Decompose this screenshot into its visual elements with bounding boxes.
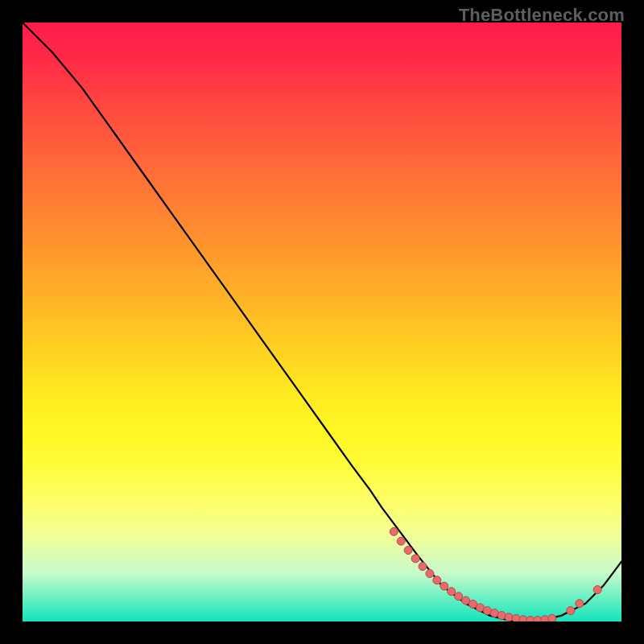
data-point	[440, 582, 448, 590]
data-point	[411, 555, 419, 563]
data-point	[390, 527, 398, 535]
data-point	[576, 600, 584, 608]
data-point	[448, 588, 456, 596]
data-point	[548, 614, 556, 621]
plot-area	[23, 23, 621, 621]
data-point	[593, 586, 601, 594]
data-point	[426, 570, 434, 578]
data-point	[455, 592, 463, 601]
data-point	[397, 537, 405, 545]
chart-frame: TheBottleneck.com	[0, 0, 644, 644]
curve-layer	[23, 23, 621, 621]
data-point	[404, 547, 412, 555]
data-point	[505, 613, 513, 621]
data-point	[483, 607, 491, 615]
data-point	[567, 607, 575, 615]
bottleneck-curve	[23, 23, 621, 621]
data-point	[419, 563, 427, 571]
data-point	[497, 612, 506, 620]
data-point	[433, 576, 441, 584]
marker-dots	[390, 527, 601, 621]
data-point	[534, 617, 542, 622]
